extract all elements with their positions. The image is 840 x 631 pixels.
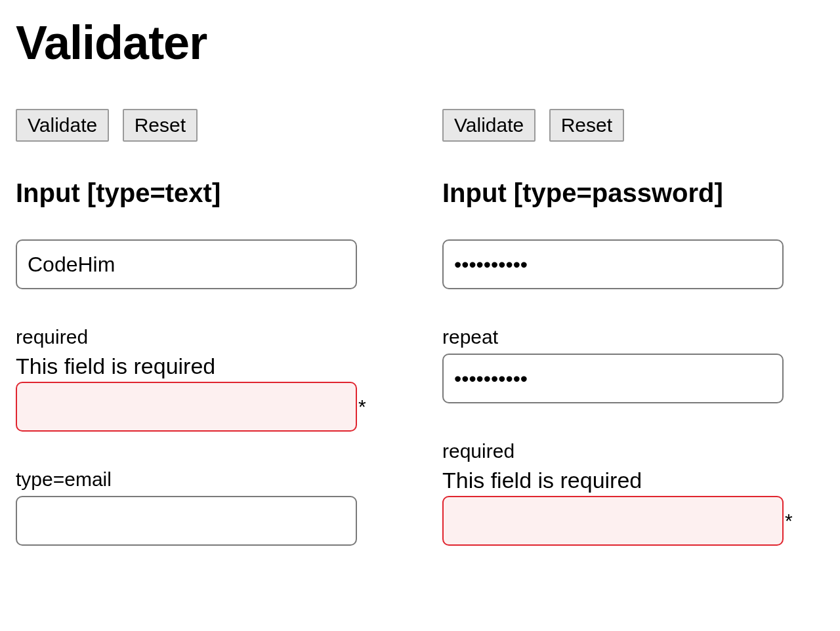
reset-button[interactable]: Reset [123, 109, 198, 142]
text-field-1 [16, 239, 370, 289]
required-star-icon: * [785, 510, 793, 532]
button-row-right: Validate Reset [442, 109, 797, 142]
error-message: This field is required [442, 468, 797, 493]
reset-button[interactable]: Reset [549, 109, 624, 142]
email-field: type=email [16, 468, 370, 546]
field-label-required: required [16, 326, 370, 348]
column-text-inputs: Validate Reset Input [type=text] require… [16, 109, 370, 582]
error-message: This field is required [16, 354, 370, 379]
text-field-required: required This field is required * [16, 326, 370, 432]
password-field-1 [442, 239, 797, 289]
password-input-repeat[interactable] [442, 354, 784, 403]
button-row-left: Validate Reset [16, 109, 370, 142]
email-input[interactable] [16, 496, 357, 546]
field-label-repeat: repeat [442, 326, 797, 348]
text-input-required[interactable] [16, 382, 357, 432]
section-heading-password: Input [type=password] [442, 178, 797, 208]
field-label-email: type=email [16, 468, 370, 491]
text-input-1[interactable] [16, 239, 357, 289]
validate-button[interactable]: Validate [16, 109, 109, 142]
page-title: Validater [16, 16, 824, 70]
column-password-inputs: Validate Reset Input [type=password] rep… [442, 109, 797, 582]
field-label-required: required [442, 440, 797, 462]
section-heading-text: Input [type=text] [16, 178, 370, 208]
password-field-required: required This field is required * [442, 440, 797, 546]
required-star-icon: * [358, 396, 366, 418]
password-field-repeat: repeat [442, 326, 797, 403]
password-input-required[interactable] [442, 496, 784, 546]
validate-button[interactable]: Validate [442, 109, 536, 142]
password-input-1[interactable] [442, 239, 784, 289]
